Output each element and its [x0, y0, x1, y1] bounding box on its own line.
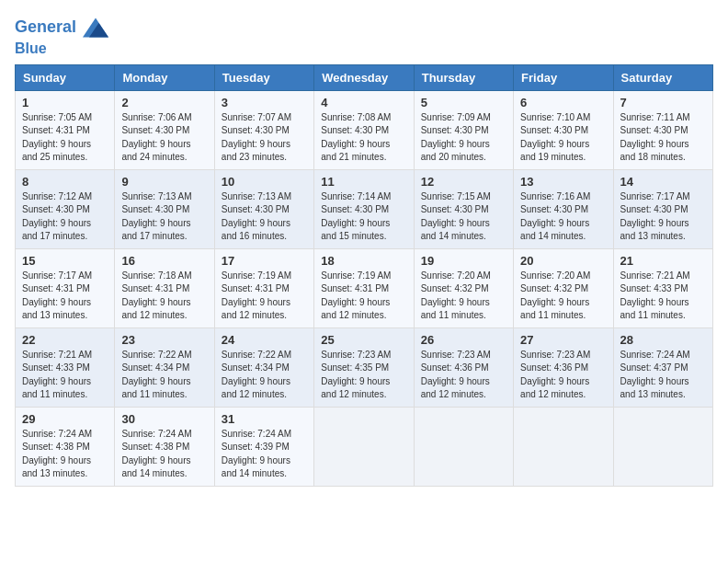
day-info: Sunrise: 7:24 AM Sunset: 4:39 PM Dayligh… — [222, 428, 307, 481]
day-header-sunday: Sunday — [16, 64, 115, 90]
day-info: Sunrise: 7:08 AM Sunset: 4:30 PM Dayligh… — [321, 111, 406, 165]
table-row: 13 Sunrise: 7:16 AM Sunset: 4:30 PM Dayl… — [514, 169, 613, 248]
day-info: Sunrise: 7:06 AM Sunset: 4:30 PM Dayligh… — [121, 111, 207, 165]
day-number: 9 — [121, 175, 207, 189]
day-header-saturday: Saturday — [613, 64, 712, 90]
page-header: General Blue — [15, 15, 713, 57]
day-info: Sunrise: 7:12 AM Sunset: 4:30 PM Dayligh… — [22, 190, 108, 244]
table-row: 18 Sunrise: 7:19 AM Sunset: 4:31 PM Dayl… — [314, 248, 414, 327]
table-row: 24 Sunrise: 7:22 AM Sunset: 4:34 PM Dayl… — [214, 327, 313, 407]
table-row: 22 Sunrise: 7:21 AM Sunset: 4:33 PM Dayl… — [16, 327, 115, 407]
day-info: Sunrise: 7:24 AM Sunset: 4:38 PM Dayligh… — [22, 428, 108, 481]
day-number: 11 — [321, 175, 406, 189]
day-header-friday: Friday — [514, 64, 613, 90]
logo: General Blue — [15, 15, 108, 57]
day-info: Sunrise: 7:13 AM Sunset: 4:30 PM Dayligh… — [222, 190, 307, 244]
day-info: Sunrise: 7:23 AM Sunset: 4:36 PM Dayligh… — [421, 349, 506, 402]
table-row: 14 Sunrise: 7:17 AM Sunset: 4:30 PM Dayl… — [613, 169, 712, 248]
day-number: 6 — [520, 96, 606, 109]
table-row: 2 Sunrise: 7:06 AM Sunset: 4:30 PM Dayli… — [115, 90, 214, 169]
day-number: 3 — [222, 96, 307, 109]
day-info: Sunrise: 7:23 AM Sunset: 4:35 PM Dayligh… — [321, 349, 406, 402]
table-row — [514, 407, 613, 486]
day-number: 14 — [620, 175, 706, 189]
table-row: 20 Sunrise: 7:20 AM Sunset: 4:32 PM Dayl… — [514, 248, 613, 327]
table-row: 27 Sunrise: 7:23 AM Sunset: 4:36 PM Dayl… — [514, 327, 613, 407]
day-info: Sunrise: 7:21 AM Sunset: 4:33 PM Dayligh… — [22, 349, 108, 402]
day-number: 8 — [22, 175, 108, 189]
day-info: Sunrise: 7:16 AM Sunset: 4:30 PM Dayligh… — [520, 190, 606, 244]
day-number: 30 — [121, 412, 207, 426]
table-row: 30 Sunrise: 7:24 AM Sunset: 4:38 PM Dayl… — [115, 407, 214, 486]
day-info: Sunrise: 7:19 AM Sunset: 4:31 PM Dayligh… — [321, 270, 406, 323]
day-info: Sunrise: 7:20 AM Sunset: 4:32 PM Dayligh… — [421, 270, 506, 323]
table-row: 25 Sunrise: 7:23 AM Sunset: 4:35 PM Dayl… — [314, 327, 414, 407]
table-row: 15 Sunrise: 7:17 AM Sunset: 4:31 PM Dayl… — [16, 248, 115, 327]
table-row: 21 Sunrise: 7:21 AM Sunset: 4:33 PM Dayl… — [613, 248, 712, 327]
table-row: 12 Sunrise: 7:15 AM Sunset: 4:30 PM Dayl… — [414, 169, 513, 248]
table-row: 16 Sunrise: 7:18 AM Sunset: 4:31 PM Dayl… — [115, 248, 214, 327]
day-header-monday: Monday — [115, 64, 214, 90]
day-number: 29 — [22, 412, 108, 426]
day-number: 19 — [421, 254, 506, 268]
day-info: Sunrise: 7:11 AM Sunset: 4:30 PM Dayligh… — [620, 111, 706, 165]
day-number: 21 — [620, 254, 706, 268]
day-header-tuesday: Tuesday — [214, 64, 313, 90]
day-info: Sunrise: 7:19 AM Sunset: 4:31 PM Dayligh… — [222, 270, 307, 323]
day-number: 12 — [421, 175, 506, 189]
day-info: Sunrise: 7:24 AM Sunset: 4:37 PM Dayligh… — [620, 349, 706, 402]
table-row: 5 Sunrise: 7:09 AM Sunset: 4:30 PM Dayli… — [414, 90, 513, 169]
day-info: Sunrise: 7:05 AM Sunset: 4:31 PM Dayligh… — [22, 111, 108, 165]
table-row: 29 Sunrise: 7:24 AM Sunset: 4:38 PM Dayl… — [16, 407, 115, 486]
day-info: Sunrise: 7:18 AM Sunset: 4:31 PM Dayligh… — [121, 270, 207, 323]
day-info: Sunrise: 7:17 AM Sunset: 4:30 PM Dayligh… — [620, 190, 706, 244]
table-row: 11 Sunrise: 7:14 AM Sunset: 4:30 PM Dayl… — [314, 169, 414, 248]
logo-text: General — [15, 15, 108, 40]
day-number: 18 — [321, 254, 406, 268]
table-row: 1 Sunrise: 7:05 AM Sunset: 4:31 PM Dayli… — [16, 90, 115, 169]
day-number: 28 — [620, 333, 706, 347]
day-header-wednesday: Wednesday — [314, 64, 414, 90]
day-info: Sunrise: 7:22 AM Sunset: 4:34 PM Dayligh… — [222, 349, 307, 402]
day-number: 20 — [520, 254, 606, 268]
day-info: Sunrise: 7:22 AM Sunset: 4:34 PM Dayligh… — [121, 349, 207, 402]
table-row — [314, 407, 414, 486]
day-info: Sunrise: 7:17 AM Sunset: 4:31 PM Dayligh… — [22, 270, 108, 323]
day-number: 2 — [121, 96, 207, 109]
day-number: 24 — [222, 333, 307, 347]
day-info: Sunrise: 7:13 AM Sunset: 4:30 PM Dayligh… — [121, 190, 207, 244]
day-info: Sunrise: 7:14 AM Sunset: 4:30 PM Dayligh… — [321, 190, 406, 244]
day-number: 27 — [520, 333, 606, 347]
day-number: 4 — [321, 96, 406, 109]
day-header-thursday: Thursday — [414, 64, 513, 90]
logo-blue-text: Blue — [15, 40, 108, 57]
day-info: Sunrise: 7:21 AM Sunset: 4:33 PM Dayligh… — [620, 270, 706, 323]
table-row: 17 Sunrise: 7:19 AM Sunset: 4:31 PM Dayl… — [214, 248, 313, 327]
table-row: 31 Sunrise: 7:24 AM Sunset: 4:39 PM Dayl… — [214, 407, 313, 486]
day-info: Sunrise: 7:09 AM Sunset: 4:30 PM Dayligh… — [421, 111, 506, 165]
table-row: 26 Sunrise: 7:23 AM Sunset: 4:36 PM Dayl… — [414, 327, 513, 407]
table-row: 28 Sunrise: 7:24 AM Sunset: 4:37 PM Dayl… — [613, 327, 712, 407]
table-row: 10 Sunrise: 7:13 AM Sunset: 4:30 PM Dayl… — [214, 169, 313, 248]
day-number: 13 — [520, 175, 606, 189]
day-info: Sunrise: 7:07 AM Sunset: 4:30 PM Dayligh… — [222, 111, 307, 165]
table-row: 23 Sunrise: 7:22 AM Sunset: 4:34 PM Dayl… — [115, 327, 214, 407]
day-number: 15 — [22, 254, 108, 268]
day-number: 10 — [222, 175, 307, 189]
day-number: 22 — [22, 333, 108, 347]
day-info: Sunrise: 7:20 AM Sunset: 4:32 PM Dayligh… — [520, 270, 606, 323]
table-row — [613, 407, 712, 486]
day-number: 26 — [421, 333, 506, 347]
day-number: 5 — [421, 96, 506, 109]
table-row: 9 Sunrise: 7:13 AM Sunset: 4:30 PM Dayli… — [115, 169, 214, 248]
day-number: 17 — [222, 254, 307, 268]
day-number: 16 — [121, 254, 207, 268]
day-number: 23 — [121, 333, 207, 347]
table-row — [414, 407, 513, 486]
day-number: 7 — [620, 96, 706, 109]
table-row: 4 Sunrise: 7:08 AM Sunset: 4:30 PM Dayli… — [314, 90, 414, 169]
calendar-table: SundayMondayTuesdayWednesdayThursdayFrid… — [15, 64, 713, 487]
day-number: 1 — [22, 96, 108, 109]
day-info: Sunrise: 7:10 AM Sunset: 4:30 PM Dayligh… — [520, 111, 606, 165]
day-info: Sunrise: 7:23 AM Sunset: 4:36 PM Dayligh… — [520, 349, 606, 402]
